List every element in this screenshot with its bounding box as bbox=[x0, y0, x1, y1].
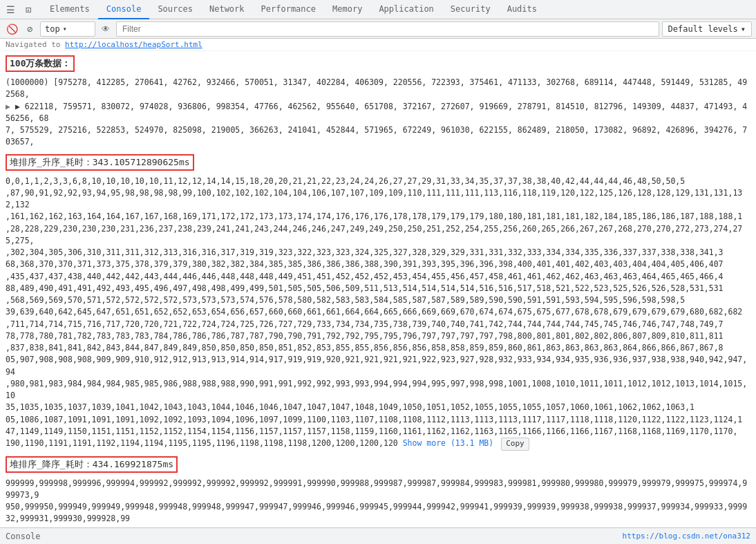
data-block-1: (1000000) [975278, 412285, 270641, 42762… bbox=[0, 76, 756, 150]
levels-label: Default levels bbox=[668, 24, 738, 34]
data2-more18: 190,1190,1191,1191,1192,1194,1194,1195,1… bbox=[6, 438, 398, 448]
clear-console-icon[interactable]: 🚫 bbox=[4, 21, 19, 37]
data2-more8: ,568,569,569,570,571,572,572,572,572,573… bbox=[6, 295, 685, 305]
timing1-label: 堆排序_升序_耗时： bbox=[10, 157, 93, 167]
data2-more6: ,435,437,437,438,440,442,442,443,444,446… bbox=[6, 272, 724, 281]
console-output: Navigated to http://localhost/heapSort.h… bbox=[0, 39, 756, 527]
nav-url[interactable]: http://localhost/heapSort.html bbox=[65, 40, 202, 49]
navigation-line: Navigated to http://localhost/heapSort.h… bbox=[0, 39, 756, 51]
timing1: 堆排序_升序_耗时：343.10571289062​5ms bbox=[6, 154, 194, 171]
timing2-value: 434.169921875ms bbox=[93, 459, 173, 469]
tab-sources[interactable]: Sources bbox=[149, 0, 201, 19]
context-selector[interactable]: top ▾ bbox=[40, 21, 95, 37]
filter-wrap bbox=[116, 21, 659, 37]
bottom-right-link[interactable]: https://blog.csdn.net/ona312 bbox=[623, 532, 750, 541]
filter-input[interactable] bbox=[120, 24, 656, 34]
toggle-sidebar-icon[interactable]: ☰ bbox=[3, 2, 18, 17]
bottom-console-label: Console bbox=[6, 532, 41, 541]
data-block-3: 999999,999998,999996,999994,999992,99999… bbox=[0, 477, 756, 528]
nav-text: Navigated to bbox=[6, 40, 60, 49]
console-toolbar: 🚫 ⊘ top ▾ 👁 Default levels ▾ bbox=[0, 19, 756, 39]
copy1-btn[interactable]: Copy bbox=[501, 438, 529, 451]
tab-elements[interactable]: Elements bbox=[41, 0, 98, 19]
timing2: 堆排序_降序_耗时：434.169921875ms bbox=[6, 456, 178, 473]
preserve-log-icon[interactable]: ⊘ bbox=[22, 21, 37, 37]
device-toolbar-icon[interactable]: ⊡ bbox=[21, 2, 36, 17]
data1-cont2: 7, 575529, 275216, 522853, 524970, 82509… bbox=[6, 125, 747, 147]
data3-cont: 950,999950,999949,999949,999948,999948,9… bbox=[6, 502, 747, 523]
tab-network[interactable]: Network bbox=[201, 0, 253, 19]
showmore1-btn[interactable]: Show more (13.1 MB) bbox=[403, 438, 494, 448]
data3-text: 999999,999998,999996,999994,999992,99999… bbox=[6, 478, 747, 500]
timing2-label: 堆排序_降序_耗时： bbox=[10, 459, 93, 469]
data2-more: ,87,90,91,92,92,93,94,95,98,98,98,98,99,… bbox=[6, 188, 742, 209]
data2-more11: 78,778,780,781,782,783,783,783,784,786,7… bbox=[6, 331, 724, 341]
eye-icon[interactable]: 👁 bbox=[98, 21, 113, 37]
console-bottom-bar: Console https://blog.csdn.net/ona312 bbox=[0, 527, 756, 544]
data2-more15: 35,1035,1035,1037,1039,1041,1042,1043,10… bbox=[6, 402, 694, 412]
devtools-tab-bar: ☰ ⊡ Elements Console Sources Network Per… bbox=[0, 0, 756, 19]
tab-audits[interactable]: Audits bbox=[499, 0, 545, 19]
data-block-2: 0,0,1,1,2,3,3,6,8,10,10,10,10,10,11,12,1… bbox=[0, 175, 756, 452]
timing1-container: 堆排序_升序_耗时：343.10571289062​5ms bbox=[0, 151, 756, 173]
data2-more2: ,161,162,162,163,164,164,167,167,168,169… bbox=[6, 212, 742, 221]
tab-performance[interactable]: Performance bbox=[253, 0, 324, 19]
data1-cont: ▶ 622118, 759571, 830072, 974028, 936806… bbox=[6, 102, 747, 123]
expand-arrow-1[interactable]: ▶ bbox=[6, 102, 10, 111]
levels-dropdown[interactable]: Default levels ▾ bbox=[662, 21, 752, 37]
data1-text: (1000000) [975278, 412285, 270641, 42762… bbox=[6, 77, 747, 99]
devtools-icon-group: ☰ ⊡ bbox=[3, 2, 36, 17]
data2-more9: 39,639,640,642,645,647,651,651,652,652,6… bbox=[6, 307, 742, 317]
data2-more5: 68,368,370,370,371,373,375,378,379,379,3… bbox=[6, 259, 724, 269]
tab-application[interactable]: Application bbox=[370, 0, 442, 19]
timing1-value: 343.10571289062​5ms bbox=[93, 157, 190, 167]
data2-more16: 05,1086,1087,1091,1091,1091,1092,1092,10… bbox=[6, 415, 742, 424]
data2-more17: 47,1149,1149,1150,1151,1151,1152,1152,11… bbox=[6, 426, 737, 436]
data2-more13: 05,907,908,908,908,909,909,910,912,912,9… bbox=[6, 355, 747, 376]
context-label: top bbox=[45, 24, 60, 34]
label1: 100万条数据： bbox=[6, 55, 75, 72]
data2-more3: ,28,228,229,230,230,230,231,236,237,238,… bbox=[6, 224, 742, 245]
tab-memory[interactable]: Memory bbox=[324, 0, 370, 19]
data2-more12: ,837,838,841,841,842,843,844,847,849,849… bbox=[6, 343, 724, 353]
context-arrow-icon: ▾ bbox=[63, 25, 67, 32]
data2-more7: 88,489,490,491,491,492,493,495,496,497,4… bbox=[6, 283, 724, 293]
data2-more14: ,980,981,983,984,984,984,985,985,986,988… bbox=[6, 379, 747, 400]
timing2-container: 堆排序_降序_耗时：434.169921875ms bbox=[0, 453, 756, 476]
tab-security[interactable]: Security bbox=[442, 0, 499, 19]
data2-more4: ,302,304,305,306,310,311,311,312,313,316… bbox=[6, 247, 724, 257]
data2-more10: ,711,714,714,715,716,717,720,720,721,722… bbox=[6, 319, 724, 329]
levels-arrow-icon: ▾ bbox=[741, 24, 746, 34]
label1-container: 100万条数据： bbox=[0, 53, 756, 75]
data2-text: 0,0,1,1,2,3,3,6,8,10,10,10,10,10,11,12,1… bbox=[6, 176, 685, 186]
tab-console[interactable]: Console bbox=[98, 0, 150, 19]
